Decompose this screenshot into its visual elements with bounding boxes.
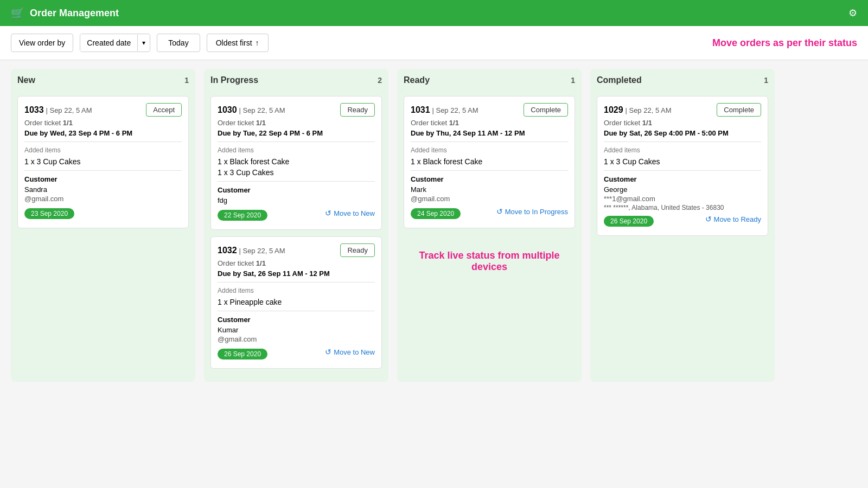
item-row-1030-0: 1 x Black forest Cake [218,157,375,166]
app-title: Order Management [30,8,119,19]
added-items-label-1030: Added items [218,146,375,154]
customer-name-1029: George [604,185,761,194]
date-badge-1029: 26 Sep 2020 [604,216,654,227]
oldest-first-button[interactable]: Oldest first ↑ [207,34,269,52]
card-1030: 1030 | Sep 22, 5 AMReadyOrder ticket 1/1… [210,96,382,230]
date-badge-1031: 24 Sep 2020 [411,208,461,219]
move-btn-1031[interactable]: Move to In Progress [496,207,568,216]
promo-text: Move orders as per their status [712,37,857,49]
card-footer-1030: 22 Sep 2020Move to New [218,206,375,223]
action-btn-1033[interactable]: Accept [146,103,182,117]
order-date-1032: | Sep 22, 5 AM [239,247,285,255]
header: 🛒 Order Management ⚙ [0,0,868,26]
action-btn-1032[interactable]: Ready [340,243,375,257]
card-header-1032: 1032 | Sep 22, 5 AMReady [218,243,375,257]
view-order-by-button[interactable]: View order by [11,34,73,52]
ticket-1032: Order ticket 1/1 [218,259,375,267]
promo-bottom-text: Track live status from multiple devices [404,250,575,273]
action-btn-1029[interactable]: Complete [717,103,761,117]
order-date-1031: | Sep 22, 5 AM [432,106,478,114]
header-title: 🛒 Order Management [11,7,119,20]
column-completed: Completed11029 | Sep 22, 5 AMCompleteOrd… [590,69,775,382]
column-count-in_progress: 2 [378,76,382,85]
due-date-1033: Due by Wed, 23 Sep 4 PM - 6 PM [24,129,182,137]
customer-address-1029: *** ******, Alabama, United States - 368… [604,204,761,211]
order-num-1033: 1033 [24,105,44,114]
customer-email-1031: @gmail.com [411,195,568,203]
customer-label-1032: Customer [218,316,375,324]
oldest-first-label: Oldest first [216,38,252,47]
order-info-1030: 1030 | Sep 22, 5 AM [218,105,285,115]
card-1032: 1032 | Sep 22, 5 AMReadyOrder ticket 1/1… [210,236,382,369]
item-row-1030-1: 1 x 3 Cup Cakes [218,168,375,177]
move-btn-1029[interactable]: Move to Ready [705,215,761,223]
added-items-label-1029: Added items [604,146,761,154]
customer-name-1031: Mark [411,185,568,194]
column-count-ready: 1 [571,76,575,85]
sort-up-icon: ↑ [256,38,259,47]
added-items-label-1033: Added items [24,146,182,154]
card-footer-1033: 23 Sep 2020 [24,204,182,221]
due-date-1029: Due by Sat, 26 Sep 4:00 PM - 5:00 PM [604,129,761,137]
action-btn-1031[interactable]: Complete [524,103,568,117]
card-header-1033: 1033 | Sep 22, 5 AMAccept [24,103,182,117]
action-btn-1030[interactable]: Ready [340,103,375,117]
customer-section-1032: CustomerKumar@gmail.com [218,316,375,343]
customer-label-1031: Customer [411,175,568,183]
customer-email-1033: @gmail.com [24,195,182,203]
card-footer-1032: 26 Sep 2020Move to New [218,344,375,362]
customer-email-1032: @gmail.com [218,335,375,343]
customer-label-1029: Customer [604,175,761,183]
toolbar: View order by Created date ▾ Today Oldes… [0,26,868,60]
added-items-label-1032: Added items [218,287,375,294]
item-row-1031-0: 1 x Black forest Cake [411,157,568,166]
date-badge-1030: 22 Sep 2020 [218,210,267,221]
column-header-new: New1 [17,75,189,89]
customer-section-1031: CustomerMark@gmail.com [411,175,568,203]
customer-section-1030: Customerfdg [218,186,375,204]
column-title-ready: Ready [404,75,430,85]
ticket-1031: Order ticket 1/1 [411,119,568,127]
due-date-1032: Due by Sat, 26 Sep 11 AM - 12 PM [218,269,375,278]
column-title-completed: Completed [597,75,642,85]
date-badge-1033: 23 Sep 2020 [24,208,74,219]
order-date-1033: | Sep 22, 5 AM [46,106,92,114]
column-title-in_progress: In Progress [210,75,258,85]
move-btn-1032[interactable]: Move to New [325,348,375,356]
item-row-1032-0: 1 x Pineapple cake [218,298,375,306]
order-info-1032: 1032 | Sep 22, 5 AM [218,246,285,255]
card-footer-1031: 24 Sep 2020Move to In Progress [411,204,568,221]
customer-section-1029: CustomerGeorge***1@gmail.com*** ******, … [604,175,761,211]
order-num-1030: 1030 [218,105,237,114]
today-button[interactable]: Today [157,34,200,52]
customer-section-1033: CustomerSandra@gmail.com [24,175,182,203]
move-btn-1030[interactable]: Move to New [325,209,375,217]
due-date-1031: Due by Thu, 24 Sep 11 AM - 12 PM [411,129,568,137]
customer-name-1032: Kumar [218,326,375,334]
board: New11033 | Sep 22, 5 AMAcceptOrder ticke… [0,60,868,390]
card-1029: 1029 | Sep 22, 5 AMCompleteOrder ticket … [597,96,768,236]
created-date-dropdown[interactable]: Created date ▾ [80,34,150,52]
order-date-1029: | Sep 22, 5 AM [625,106,671,114]
dropdown-arrow[interactable]: ▾ [137,35,150,51]
card-header-1031: 1031 | Sep 22, 5 AMComplete [411,103,568,117]
column-title-new: New [17,75,35,85]
customer-email-1029: ***1@gmail.com [604,195,761,203]
customer-label-1030: Customer [218,186,375,194]
order-num-1032: 1032 [218,246,237,255]
card-footer-1029: 26 Sep 2020Move to Ready [604,211,761,229]
item-row-1029-0: 1 x 3 Cup Cakes [604,157,761,166]
settings-icon[interactable]: ⚙ [848,7,857,19]
ticket-1030: Order ticket 1/1 [218,119,375,127]
column-count-new: 1 [184,76,189,85]
order-info-1029: 1029 | Sep 22, 5 AM [604,105,672,115]
card-header-1029: 1029 | Sep 22, 5 AMComplete [604,103,761,117]
cart-icon: 🛒 [11,7,24,20]
card-1031: 1031 | Sep 22, 5 AMCompleteOrder ticket … [404,96,575,228]
column-count-completed: 1 [764,76,768,85]
column-ready: Ready11031 | Sep 22, 5 AMCompleteOrder t… [397,69,582,382]
column-new: New11033 | Sep 22, 5 AMAcceptOrder ticke… [11,69,195,382]
column-header-in_progress: In Progress2 [210,75,382,89]
order-info-1031: 1031 | Sep 22, 5 AM [411,105,478,115]
created-date-label: Created date [80,34,137,52]
